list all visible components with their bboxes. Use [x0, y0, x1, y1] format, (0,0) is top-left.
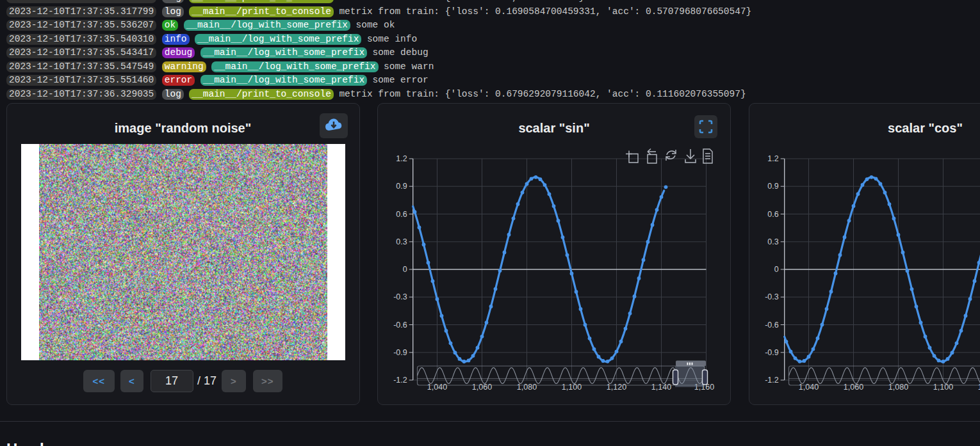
- svg-text:1,140: 1,140: [651, 383, 671, 392]
- svg-text:0.3: 0.3: [767, 237, 778, 246]
- svg-text:0.3: 0.3: [396, 237, 407, 246]
- svg-text:0.9: 0.9: [396, 182, 407, 191]
- svg-text:1,120: 1,120: [977, 383, 980, 392]
- svg-text:1,060: 1,060: [843, 383, 863, 392]
- svg-text:0.6: 0.6: [396, 210, 407, 219]
- svg-text:-1.2: -1.2: [393, 376, 407, 385]
- svg-text:0: 0: [403, 265, 407, 274]
- svg-text:-0.9: -0.9: [393, 348, 407, 357]
- svg-text:-0.3: -0.3: [765, 292, 779, 301]
- svg-text:0.9: 0.9: [767, 182, 778, 191]
- svg-text:-0.3: -0.3: [393, 292, 407, 301]
- svg-text:-0.6: -0.6: [765, 321, 779, 330]
- svg-text:0.6: 0.6: [767, 210, 778, 219]
- svg-text:-0.6: -0.6: [393, 321, 407, 330]
- svg-text:-0.9: -0.9: [765, 348, 779, 357]
- svg-text:-1.2: -1.2: [765, 376, 779, 385]
- svg-text:1,100: 1,100: [933, 383, 952, 392]
- svg-text:0: 0: [774, 265, 778, 274]
- svg-text:1,100: 1,100: [562, 383, 582, 392]
- svg-text:1.2: 1.2: [767, 154, 778, 163]
- svg-text:1.2: 1.2: [396, 154, 407, 163]
- svg-text:1,060: 1,060: [472, 383, 492, 392]
